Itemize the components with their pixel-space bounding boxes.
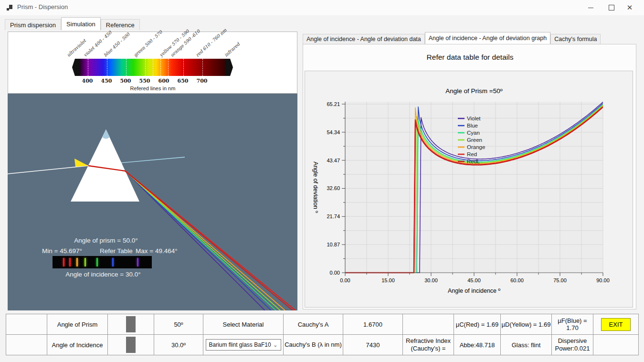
empty-cell (593, 335, 639, 355)
tab-prism-dispersion[interactable]: Prism dispersion (5, 19, 61, 30)
chevron-down-icon: ⌄ (273, 342, 277, 348)
mu-c-red-value: µC(Red) = 1.69 (454, 314, 501, 335)
spectrum-divider (183, 59, 184, 76)
select-material-label: Select Material (203, 314, 284, 335)
tab-deviation-graph[interactable]: Angle of incidence - Angle of deviation … (425, 32, 550, 44)
spectrum-divider (202, 59, 203, 76)
max-deviation-readout: Max = 49.464° (136, 247, 178, 255)
control-table: Angle of Prism 50º Select Material Cauch… (6, 314, 639, 355)
maximize-icon (609, 5, 614, 11)
mu-f-blue-value: µF(Blue) = 1.70 (552, 314, 593, 335)
emission-line (63, 258, 64, 266)
spectrum-reference-box: Refered lines in nm ultravioletviolet 40… (8, 32, 297, 94)
svg-text:30.00: 30.00 (424, 277, 438, 283)
y-axis-title: Angle of deviation º (312, 161, 319, 213)
tab-simulation[interactable]: Simulation (61, 17, 101, 30)
spectrum-tick-label: 500 (116, 78, 135, 84)
spectrum-right-arrow (225, 59, 233, 76)
svg-text:43.47: 43.47 (327, 158, 340, 163)
refer-table-label: Refer Table (100, 247, 133, 255)
cauchys-a-value: 1.6700 (343, 314, 403, 335)
emission-line (84, 258, 86, 266)
svg-text:90.00: 90.00 (596, 277, 610, 283)
prism-simulation-canvas: Angle of prism = 50.0° Min = 45.697° Ref… (8, 94, 297, 310)
spectrum-divider (88, 59, 88, 76)
exit-cell: EXIT (593, 314, 639, 335)
slider-thumb[interactable] (126, 316, 136, 332)
svg-text:0.00: 0.00 (340, 277, 350, 283)
glass-type-value: Glass: flint (501, 335, 552, 355)
spectrum-caption: Refered lines in nm (105, 85, 201, 91)
svg-text:32.60: 32.60 (327, 185, 340, 191)
spectrum-band-label: infrared (223, 42, 241, 58)
svg-text:15.00: 15.00 (381, 277, 395, 283)
emission-line (112, 258, 114, 266)
svg-text:45.00: 45.00 (467, 277, 481, 283)
tab-deviation-data[interactable]: Angle of incidence - Angle of deviation … (303, 34, 425, 44)
svg-text:0.00: 0.00 (330, 270, 340, 276)
spectrum-tick-label: 450 (97, 78, 116, 84)
cauchys-b-label: Cauchy's B (λ in nm) (284, 335, 343, 355)
emission-line (69, 258, 71, 266)
empty-cell (6, 314, 47, 335)
emission-lines-bar (53, 256, 152, 268)
chart-title: Angle of Prism =50º (445, 87, 502, 95)
svg-text:75.00: 75.00 (553, 277, 567, 283)
angle-of-prism-readout: Angle of prism = 50.0° (57, 237, 155, 244)
slider-thumb[interactable] (126, 337, 136, 353)
spectrum-tick-label: 400 (78, 78, 97, 84)
deviation-tabstrip: Angle of incidence - Angle of deviation … (303, 32, 601, 44)
spectrum-tick-label: 650 (173, 78, 192, 84)
dispersive-power-value: Dispersive Power:0.021 (552, 335, 593, 355)
angle-of-incidence-label: Angle of Incidence (47, 335, 108, 355)
material-dropdown[interactable]: Barium flint glass BaF10 ⌄ (206, 339, 281, 351)
minimize-button[interactable] (580, 1, 601, 14)
spectrum-divider (126, 59, 127, 76)
spectrum-divider (153, 59, 153, 76)
close-icon: ✕ (627, 3, 633, 12)
right-panel: Angle of incidence - Angle of deviation … (301, 32, 638, 311)
material-dropdown-value: Barium flint glass BaF10 (209, 341, 271, 348)
empty-cell (403, 314, 454, 335)
svg-text:21.74: 21.74 (327, 213, 340, 219)
mu-d-yellow-value: µD(Yellow) = 1.69 (501, 314, 552, 335)
title-bar: Prism - Dispersion ✕ (0, 0, 644, 15)
svg-text:54.34: 54.34 (327, 129, 340, 135)
spectrum-gradient-bar (80, 59, 225, 76)
emission-line (76, 258, 78, 266)
tab-cauchys-formula[interactable]: Cachy's formula (550, 34, 601, 44)
emission-line (137, 258, 138, 266)
graph-tab-page: Refer data table for details 0.0015.0030… (303, 44, 636, 309)
app-icon (6, 4, 13, 11)
spectrum-tick-label: 550 (135, 78, 154, 84)
refractive-index-label: Refractive Index (Cauchy's) = (403, 335, 454, 355)
emission-line (96, 258, 98, 266)
legend-label: Cyan (467, 130, 480, 136)
deviation-chart-svg: 0.0015.0030.0045.0060.0075.0090.000.0010… (305, 71, 633, 307)
prism-apex-angle-marker (102, 129, 110, 139)
empty-cell (6, 335, 47, 355)
tab-reference[interactable]: Reference (101, 19, 140, 30)
graph-page-header: Refer data table for details (303, 53, 637, 62)
spectrum-divider (168, 59, 169, 76)
minimize-icon (588, 8, 593, 8)
svg-text:10.87: 10.87 (327, 242, 340, 247)
abbe-value: Abbe:48.718 (454, 335, 501, 355)
exit-button[interactable]: EXIT (601, 318, 631, 331)
x-axis-title: Angle of incidence º (448, 287, 501, 294)
angle-of-prism-label: Angle of Prism (47, 314, 108, 335)
angle-of-incidence-slider[interactable] (108, 335, 154, 355)
angle-of-prism-value: 50º (154, 314, 203, 335)
spectrum-tick-label: 700 (192, 78, 211, 84)
main-tabstrip: Prism dispersion Simulation Reference (5, 17, 140, 30)
close-button[interactable]: ✕ (619, 1, 640, 14)
spectrum-divider (107, 59, 107, 76)
svg-text:60.00: 60.00 (510, 277, 524, 283)
legend-label: Blue (467, 123, 478, 128)
spectrum-left-arrow (72, 59, 80, 76)
legend-label: Orange (467, 144, 485, 150)
legend-label: Red (467, 151, 477, 157)
cauchys-a-label: Cauchy's A (284, 314, 343, 335)
angle-of-incidence-readout: Angle of incidence = 30.0° (53, 271, 153, 278)
angle-of-prism-slider[interactable] (108, 314, 154, 335)
